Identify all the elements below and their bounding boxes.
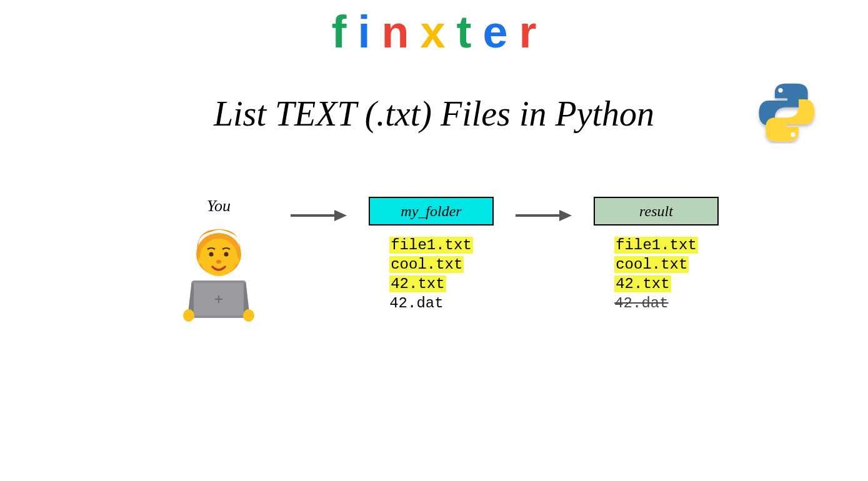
file-item-excluded: 42.dat (614, 295, 668, 312)
page-title: List TEXT (.txt) Files in Python (214, 94, 654, 134)
file-item: file1.txt (389, 237, 473, 254)
svg-rect-14 (215, 300, 218, 303)
logo-letter-x: x (420, 6, 445, 57)
python-logo-icon (756, 81, 818, 144)
svg-rect-12 (215, 295, 218, 299)
svg-rect-15 (219, 300, 222, 303)
file-item: 42.txt (614, 275, 671, 292)
logo-letter-n: n (381, 6, 409, 57)
svg-point-5 (224, 252, 229, 257)
svg-marker-19 (334, 210, 347, 221)
svg-point-16 (183, 309, 194, 322)
svg-rect-13 (219, 295, 222, 299)
arrow-icon (287, 206, 350, 225)
you-column: You (169, 197, 269, 323)
you-label: You (207, 197, 231, 216)
logo-letter-i: i (357, 6, 370, 57)
logo-letter-r: r (519, 6, 537, 57)
folder-box: my_folder (369, 197, 494, 226)
result-box: result (594, 197, 719, 226)
person-at-laptop-icon (169, 223, 269, 323)
file-item: 42.txt (389, 275, 446, 292)
arrow-icon (512, 206, 575, 225)
svg-point-4 (209, 252, 214, 257)
result-box-label: result (639, 203, 673, 220)
finxter-logo: f i n x t e r (331, 6, 536, 57)
logo-letter-f: f (331, 6, 346, 57)
diagram: You (169, 197, 719, 323)
svg-point-0 (778, 88, 782, 92)
svg-point-6 (216, 260, 221, 264)
svg-point-7 (198, 257, 204, 264)
svg-point-17 (243, 309, 254, 322)
svg-marker-21 (559, 210, 572, 221)
file-item: 42.dat (389, 295, 443, 312)
svg-point-1 (791, 132, 795, 137)
folder-box-label: my_folder (401, 203, 461, 220)
logo-letter-t: t (456, 6, 471, 57)
svg-point-8 (233, 257, 239, 264)
file-item: cool.txt (614, 256, 689, 273)
result-column: result file1.txt cool.txt 42.txt 42.dat (594, 197, 719, 312)
folder-file-list: file1.txt cool.txt 42.txt 42.dat (389, 237, 473, 312)
file-item: cool.txt (389, 256, 464, 273)
folder-column: my_folder file1.txt cool.txt 42.txt 42.d… (369, 197, 494, 312)
result-file-list: file1.txt cool.txt 42.txt 42.dat (614, 237, 698, 312)
file-item: file1.txt (614, 237, 698, 254)
logo-letter-e: e (482, 6, 507, 57)
